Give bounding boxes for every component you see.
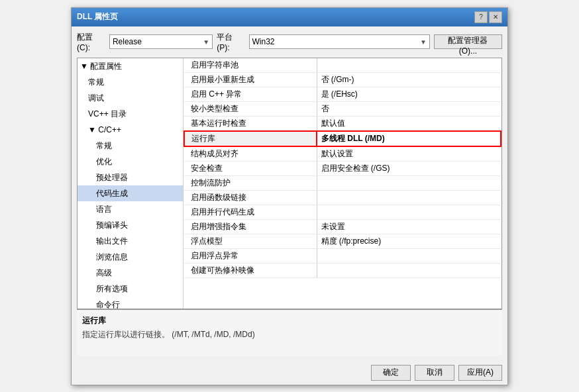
prop-label-struct-align: 结构成员对齐	[184, 146, 317, 162]
prop-row-security-check[interactable]: 安全检查启用安全检查 (/GS)	[184, 162, 501, 176]
prop-row-enhanced-set[interactable]: 启用增强指令集未设置	[184, 220, 501, 234]
title-bar: DLL 属性页 ? ✕	[72, 8, 507, 26]
tree-item-output-files[interactable]: 输出文件	[78, 233, 183, 249]
prop-value-security-check: 启用安全检查 (/GS)	[317, 162, 501, 176]
platform-dropdown[interactable]: Win32 ▼	[249, 34, 430, 49]
prop-value-smaller-type: 否	[317, 102, 501, 117]
prop-label-fiber-link: 启用函数级链接	[184, 191, 317, 205]
tree-item-advanced[interactable]: 高级	[78, 265, 183, 281]
prop-label-runtime-lib: 运行库	[184, 131, 317, 146]
prop-label-basic-runtime: 基本运行时检查	[184, 117, 317, 132]
tree-item-config-props[interactable]: ▼ 配置属性	[78, 58, 183, 74]
toolbar-row: 配置(C): Release ▼ 平台(P): Win32 ▼ 配置管理器(O)…	[77, 32, 502, 52]
prop-label-smaller-type: 较小类型检查	[184, 102, 317, 117]
prop-row-smaller-type[interactable]: 较小类型检查否	[184, 102, 501, 117]
prop-value-float-model: 精度 (/fp:precise)	[317, 234, 501, 249]
tree-item-code-gen[interactable]: 代码生成	[78, 185, 183, 201]
config-dropdown[interactable]: Release ▼	[109, 34, 213, 49]
tree-item-all-options[interactable]: 所有选项	[78, 281, 183, 297]
left-tree-panel: ▼ 配置属性常规调试VC++ 目录▼ C/C++常规优化预处理器代码生成语言预编…	[78, 58, 184, 309]
prop-row-min-rebuild[interactable]: 启用最小重新生成否 (/Gm-)	[184, 73, 501, 87]
prop-value-cpp-exceptions: 是 (/EHsc)	[317, 87, 501, 102]
prop-value-float-exception	[317, 249, 501, 264]
prop-label-char-pool: 启用字符串池	[184, 58, 317, 73]
config-dropdown-arrow: ▼	[199, 38, 209, 46]
description-area: 运行库 指定运行库以进行链接。 (/MT, /MTd, /MD, /MDd)	[77, 309, 502, 356]
prop-row-control-flow[interactable]: 控制流防护	[184, 176, 501, 191]
tree-item-debug[interactable]: 调试	[78, 90, 183, 106]
prop-value-parallel-codegen	[317, 205, 501, 220]
prop-row-runtime-lib[interactable]: 运行库多线程 DLL (/MD)	[184, 131, 501, 146]
dialog-body: 配置(C): Release ▼ 平台(P): Win32 ▼ 配置管理器(O)…	[72, 26, 507, 361]
main-content: ▼ 配置属性常规调试VC++ 目录▼ C/C++常规优化预处理器代码生成语言预编…	[77, 58, 502, 309]
prop-value-char-pool	[317, 58, 501, 73]
cancel-button[interactable]: 取消	[415, 365, 454, 381]
bottom-buttons: 确定 取消 应用(A)	[72, 361, 507, 385]
prop-label-cpp-exceptions: 启用 C++ 异常	[184, 87, 317, 102]
tree-item-vc-dirs[interactable]: VC++ 目录	[78, 106, 183, 122]
dialog-footer: 确定 取消 应用(A)	[72, 361, 507, 385]
tree-item-cpp[interactable]: ▼ C/C++	[78, 122, 183, 138]
prop-value-control-flow	[317, 176, 501, 191]
prop-label-float-exception: 启用浮点异常	[184, 249, 317, 264]
properties-table: 启用字符串池启用最小重新生成否 (/Gm-)启用 C++ 异常是 (/EHsc)…	[184, 58, 501, 279]
platform-label: 平台(P):	[217, 32, 244, 52]
title-bar-buttons: ? ✕	[474, 11, 502, 23]
tree-item-cpp-optimize[interactable]: 优化	[78, 154, 183, 170]
config-label: 配置(C):	[77, 32, 105, 52]
prop-row-fiber-link[interactable]: 启用函数级链接	[184, 191, 501, 205]
prop-row-cpp-exceptions[interactable]: 启用 C++ 异常是 (/EHsc)	[184, 87, 501, 102]
prop-label-security-check: 安全检查	[184, 162, 317, 176]
prop-value-struct-align: 默认设置	[317, 146, 501, 162]
prop-row-hotpatch[interactable]: 创建可热修补映像	[184, 264, 501, 278]
prop-row-float-model[interactable]: 浮点模型精度 (/fp:precise)	[184, 234, 501, 249]
help-button[interactable]: ?	[474, 11, 488, 23]
desc-text: 指定运行库以进行链接。 (/MT, /MTd, /MD, /MDd)	[82, 329, 497, 340]
prop-label-float-model: 浮点模型	[184, 234, 317, 249]
config-value: Release	[113, 37, 142, 46]
tree-item-browse-info[interactable]: 浏览信息	[78, 249, 183, 265]
prop-label-hotpatch: 创建可热修补映像	[184, 264, 317, 278]
properties-tbody: 启用字符串池启用最小重新生成否 (/Gm-)启用 C++ 异常是 (/EHsc)…	[184, 58, 501, 278]
close-button[interactable]: ✕	[489, 11, 502, 23]
platform-dropdown-arrow: ▼	[416, 38, 427, 46]
tree-item-preprocessor[interactable]: 预处理器	[78, 170, 183, 185]
prop-value-enhanced-set: 未设置	[317, 220, 501, 234]
prop-label-enhanced-set: 启用增强指令集	[184, 220, 317, 234]
desc-title: 运行库	[82, 315, 497, 326]
tree-item-cpp-general[interactable]: 常规	[78, 138, 183, 154]
prop-value-min-rebuild: 否 (/Gm-)	[317, 73, 501, 87]
ok-button[interactable]: 确定	[371, 365, 411, 381]
prop-row-struct-align[interactable]: 结构成员对齐默认设置	[184, 146, 501, 162]
prop-value-fiber-link	[317, 191, 501, 205]
dialog-title: DLL 属性页	[77, 11, 118, 23]
right-properties-panel: 启用字符串池启用最小重新生成否 (/Gm-)启用 C++ 异常是 (/EHsc)…	[184, 58, 501, 309]
prop-label-parallel-codegen: 启用并行代码生成	[184, 205, 317, 220]
tree-item-precompiled[interactable]: 预编译头	[78, 217, 183, 233]
prop-label-control-flow: 控制流防护	[184, 176, 317, 191]
platform-value: Win32	[252, 37, 275, 46]
prop-value-hotpatch	[317, 264, 501, 278]
prop-row-parallel-codegen[interactable]: 启用并行代码生成	[184, 205, 501, 220]
apply-button[interactable]: 应用(A)	[458, 365, 502, 381]
dll-properties-dialog: DLL 属性页 ? ✕ 配置(C): Release ▼ 平台(P): Win3…	[71, 7, 508, 385]
prop-row-char-pool[interactable]: 启用字符串池	[184, 58, 501, 73]
tree-item-language[interactable]: 语言	[78, 201, 183, 217]
config-manager-button[interactable]: 配置管理器(O)...	[434, 34, 502, 49]
prop-row-float-exception[interactable]: 启用浮点异常	[184, 249, 501, 264]
prop-value-basic-runtime: 默认值	[317, 117, 501, 132]
prop-label-min-rebuild: 启用最小重新生成	[184, 73, 317, 87]
prop-value-runtime-lib: 多线程 DLL (/MD)	[317, 131, 501, 146]
prop-row-basic-runtime[interactable]: 基本运行时检查默认值	[184, 117, 501, 132]
tree-item-cmdline[interactable]: 命令行	[78, 297, 183, 309]
tree-item-general[interactable]: 常规	[78, 74, 183, 90]
tree-container: ▼ 配置属性常规调试VC++ 目录▼ C/C++常规优化预处理器代码生成语言预编…	[78, 58, 183, 309]
